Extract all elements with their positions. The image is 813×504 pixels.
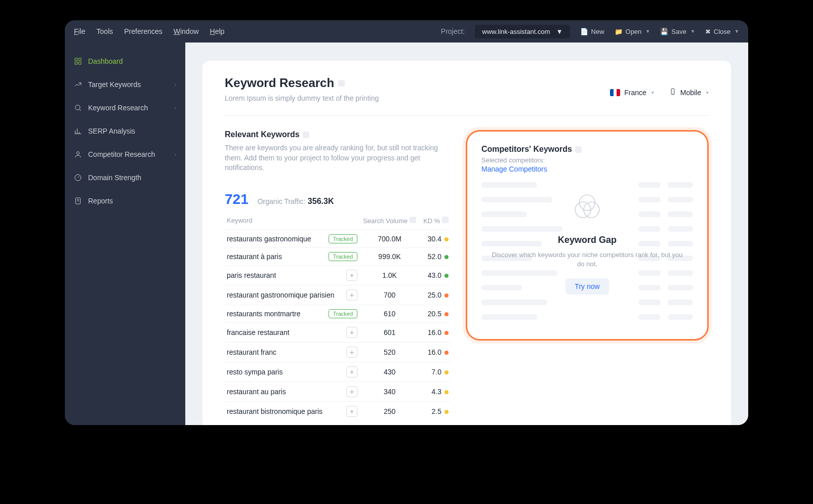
search-icon xyxy=(74,104,82,112)
open-button[interactable]: 📁 Open ▼ xyxy=(615,28,651,35)
menu-file[interactable]: File xyxy=(74,27,86,35)
content-card: Keyword Research Lorem Ipsum is simply d… xyxy=(202,61,731,425)
section-title: Relevant Keywords xyxy=(225,130,451,139)
add-keyword-button[interactable]: + xyxy=(346,289,357,301)
kd-cell: 4.3 xyxy=(420,382,451,401)
difficulty-dot xyxy=(444,312,449,316)
manage-competitors-link[interactable]: Manage Competitors xyxy=(481,165,693,173)
sidebar-item-dashboard[interactable]: Dashboard xyxy=(65,50,185,73)
new-button[interactable]: 📄 New xyxy=(580,28,604,35)
chevron-right-icon: › xyxy=(175,105,176,111)
device-selector[interactable]: Mobile ▾ xyxy=(669,87,709,98)
tracked-badge: Tracked xyxy=(329,309,357,318)
table-row: resto sympa paris+4307.0 xyxy=(225,362,451,382)
save-button[interactable]: 💾 Save ▼ xyxy=(660,28,695,35)
body: Dashboard Target Keywords › Keyword Rese… xyxy=(65,43,748,425)
difficulty-dot xyxy=(444,390,449,394)
table-row: restaurant bistronomique paris+2502.5 xyxy=(225,401,451,421)
info-icon[interactable] xyxy=(575,146,582,153)
chevron-down-icon: ▼ xyxy=(556,28,563,35)
target-icon xyxy=(74,80,82,89)
tracked-badge: Tracked xyxy=(329,234,357,243)
keyword-count: 721 xyxy=(225,191,249,207)
country-selector[interactable]: France ▾ xyxy=(610,89,654,97)
add-keyword-button[interactable]: + xyxy=(346,347,357,358)
kd-cell: 52.0 xyxy=(420,247,451,265)
keyword-text: restaurant gastronomique parisien xyxy=(227,291,334,299)
difficulty-dot xyxy=(444,237,449,241)
chevron-down-icon: ▾ xyxy=(706,90,709,95)
difficulty-dot xyxy=(444,255,449,259)
add-keyword-button[interactable]: + xyxy=(346,327,357,338)
kd-cell: 20.5 xyxy=(420,305,451,322)
info-icon[interactable] xyxy=(442,217,449,223)
menu-preferences[interactable]: Preferences xyxy=(124,27,162,35)
keyword-text: resto sympa paris xyxy=(227,368,282,376)
selected-competitors-label: Selected competitors: xyxy=(481,156,693,165)
gap-description: Discover which keywords your niche compe… xyxy=(491,250,683,269)
sidebar-item-keyword-research[interactable]: Keyword Research › xyxy=(65,96,185,119)
toolbar-right: Project: www.link-assistant.com ▼ 📄 New … xyxy=(441,25,739,38)
reports-icon xyxy=(74,197,82,205)
difficulty-dot xyxy=(444,351,449,355)
sidebar-item-domain-strength[interactable]: Domain Strength xyxy=(65,166,185,189)
sidebar-item-target-keywords[interactable]: Target Keywords › xyxy=(65,73,185,96)
add-keyword-button[interactable]: + xyxy=(346,386,357,397)
add-keyword-button[interactable]: + xyxy=(346,270,357,281)
volume-cell: 601 xyxy=(359,322,420,342)
sidebar-item-label: Competitor Research xyxy=(88,150,155,158)
sidebar-item-label: Dashboard xyxy=(88,57,123,65)
table-row: paris restaurant+1.0K43.0 xyxy=(225,265,451,285)
keyword-text: restaurants montmartre xyxy=(227,310,301,318)
sidebar-item-label: Target Keywords xyxy=(88,80,141,89)
table-row: restaurants gastronomiqueTracked700.0M30… xyxy=(225,230,451,247)
info-icon[interactable] xyxy=(338,80,345,87)
try-now-button[interactable]: Try now xyxy=(565,278,608,295)
volume-cell: 340 xyxy=(359,382,420,401)
info-icon[interactable] xyxy=(303,132,309,138)
chevron-down-icon: ▼ xyxy=(690,29,695,34)
chevron-down-icon: ▼ xyxy=(735,29,739,34)
chevron-right-icon: › xyxy=(175,152,176,157)
svg-line-12 xyxy=(78,176,79,178)
svg-rect-0 xyxy=(75,58,77,61)
chevron-down-icon: ▼ xyxy=(645,29,650,34)
keyword-text: restaurant bistronomique paris xyxy=(227,407,322,415)
svg-rect-1 xyxy=(78,58,81,61)
sidebar-item-label: Keyword Research xyxy=(88,104,148,112)
chevron-right-icon: › xyxy=(175,82,176,88)
difficulty-dot xyxy=(444,370,449,374)
table-row: restaurant franc+52016.0 xyxy=(225,342,451,362)
sidebar-item-label: SERP Analysis xyxy=(88,127,135,135)
close-icon: ✖ xyxy=(705,28,711,35)
add-keyword-button[interactable]: + xyxy=(346,366,357,377)
sidebar-item-reports[interactable]: Reports xyxy=(65,189,185,213)
tracked-badge: Tracked xyxy=(329,252,357,261)
section-description: There are keywords you are already ranki… xyxy=(225,143,451,173)
volume-cell: 700 xyxy=(359,285,420,305)
info-icon[interactable] xyxy=(410,217,416,223)
difficulty-dot xyxy=(444,331,449,335)
volume-cell: 1.0K xyxy=(359,265,420,285)
keyword-text: restaurant à paris xyxy=(227,253,282,261)
svg-line-5 xyxy=(79,109,81,111)
close-button[interactable]: ✖ Close ▼ xyxy=(705,28,739,35)
skeleton-placeholder: Keyword Gap Discover which keywords your… xyxy=(481,182,693,320)
traffic-value: 356.3K xyxy=(308,197,334,205)
sidebar-item-serp-analysis[interactable]: SERP Analysis xyxy=(65,119,185,143)
project-selector[interactable]: www.link-assistant.com ▼ xyxy=(475,25,570,38)
keyword-text: restaurant au paris xyxy=(227,388,286,396)
volume-cell: 610 xyxy=(359,305,420,322)
page-subtitle: Lorem Ipsum is simply dummy text of the … xyxy=(225,94,379,102)
table-row: restaurant à parisTracked999.0K52.0 xyxy=(225,247,451,265)
menu-window[interactable]: Window xyxy=(174,27,199,35)
sidebar-item-competitor-research[interactable]: Competitor Research › xyxy=(65,143,185,166)
kd-cell: 25.0 xyxy=(420,285,451,305)
table-row: francaise restaurant+60116.0 xyxy=(225,322,451,342)
add-keyword-button[interactable]: + xyxy=(346,406,357,417)
mobile-icon xyxy=(669,87,676,98)
menu-tools[interactable]: Tools xyxy=(97,27,113,35)
kd-cell: 43.0 xyxy=(420,265,451,285)
difficulty-dot xyxy=(444,274,449,278)
menu-help[interactable]: Help xyxy=(210,27,225,35)
